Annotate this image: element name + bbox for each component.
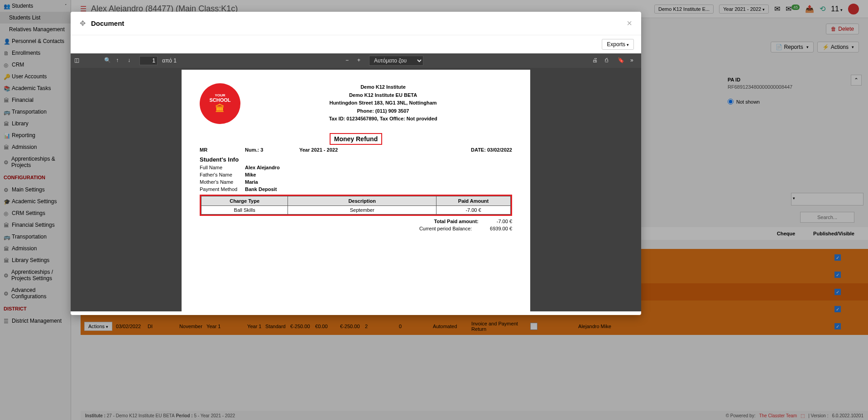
doc-header-info: Demo K12 Institute Demo K12 Institute EU… xyxy=(254,83,512,124)
close-icon[interactable]: × xyxy=(627,18,632,29)
next-page-icon[interactable]: ↓ xyxy=(128,57,135,64)
doc-title: Money Refund xyxy=(334,135,378,143)
search-icon[interactable]: 🔍 xyxy=(104,57,111,64)
doc-meta: MR Num.: 3 Year 2021 - 2022 DATE: 03/02/… xyxy=(200,147,512,153)
doc-table: Charge Type Description Paid Amount Ball… xyxy=(201,196,511,215)
page-of-label: από 1 xyxy=(162,57,177,64)
pdf-viewer: ◫ 🔍 ↑ ↓ από 1 − + Αυτόματο ζουμ 🖨 ⎙ 🔖 » xyxy=(71,53,641,311)
modal-toolbar: Exports xyxy=(71,35,641,53)
table-row: Ball Skills September -7.00 € xyxy=(201,206,511,215)
print-icon[interactable]: 🖨 xyxy=(592,57,599,64)
doc-table-highlight: Charge Type Description Paid Amount Ball… xyxy=(200,195,512,216)
tools-icon[interactable]: » xyxy=(630,57,638,64)
zoom-select[interactable]: Αυτόματο ζουμ xyxy=(369,56,423,66)
pdf-page: YOUR SCHOOL 🏛 Demo K12 Institute Demo K1… xyxy=(182,70,530,311)
zoom-out-icon[interactable]: − xyxy=(345,57,353,64)
drag-handle-icon[interactable]: ✥ xyxy=(80,19,86,28)
bookmark-icon[interactable]: 🔖 xyxy=(618,57,625,64)
school-logo: YOUR SCHOOL 🏛 xyxy=(200,83,240,124)
pdf-content[interactable]: YOUR SCHOOL 🏛 Demo K12 Institute Demo K1… xyxy=(71,68,641,311)
pdf-toolbar: ◫ 🔍 ↑ ↓ από 1 − + Αυτόματο ζουμ 🖨 ⎙ 🔖 » xyxy=(71,53,641,68)
download-icon[interactable]: ⎙ xyxy=(605,57,612,64)
sidebar-toggle-icon[interactable]: ◫ xyxy=(74,57,82,64)
doc-totals: Total Paid amount:-7.00 € Current period… xyxy=(200,219,512,231)
modal-title: Document xyxy=(91,19,627,27)
page-input[interactable] xyxy=(139,56,158,65)
modal-header: ✥ Document × xyxy=(71,12,641,35)
exports-button[interactable]: Exports xyxy=(602,39,634,50)
prev-page-icon[interactable]: ↑ xyxy=(116,57,123,64)
building-icon: 🏛 xyxy=(216,104,225,114)
doc-title-highlight: Money Refund xyxy=(330,133,382,145)
student-info-title: Student's Info xyxy=(200,156,512,163)
document-modal: ✥ Document × Exports ◫ 🔍 ↑ ↓ από 1 − + Α… xyxy=(71,12,641,315)
zoom-in-icon[interactable]: + xyxy=(357,57,364,64)
